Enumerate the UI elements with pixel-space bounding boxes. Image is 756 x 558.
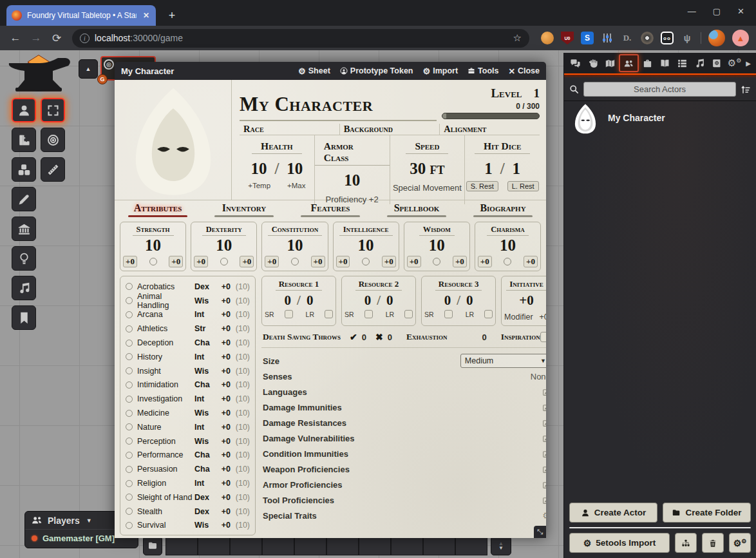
d-extension-icon[interactable]: D. bbox=[621, 32, 634, 44]
ability-check-mod[interactable]: +0 bbox=[524, 256, 538, 267]
tab-tables[interactable] bbox=[674, 54, 691, 72]
skill-row[interactable]: Nature Int +0 (10) bbox=[126, 420, 250, 434]
skill-proficiency-radio[interactable] bbox=[126, 297, 133, 304]
hp-temp-label[interactable]: +Temp bbox=[248, 182, 270, 189]
short-rest-checkbox[interactable] bbox=[285, 310, 293, 318]
edit-icon[interactable] bbox=[542, 403, 546, 412]
skill-row[interactable]: Persuasion Cha +0 (10) bbox=[126, 462, 250, 476]
reload-button[interactable]: ⟳ bbox=[48, 29, 66, 47]
skill-row[interactable]: Animal Handling Wis +0 (10) bbox=[126, 294, 250, 308]
tools-button[interactable]: Tools bbox=[468, 66, 498, 75]
skill-row[interactable]: History Int +0 (10) bbox=[126, 350, 250, 364]
sound-controls-button[interactable] bbox=[12, 276, 36, 300]
select-targets-button[interactable] bbox=[41, 98, 65, 122]
edit-icon[interactable] bbox=[542, 388, 546, 396]
tab-combat[interactable] bbox=[584, 54, 601, 72]
skill-proficiency-radio[interactable] bbox=[126, 522, 133, 529]
bookmark-star-icon[interactable]: ☆ bbox=[513, 32, 522, 44]
skill-row[interactable]: Intimidation Cha +0 (10) bbox=[126, 378, 250, 392]
skill-proficiency-radio[interactable] bbox=[126, 508, 133, 515]
settings-button[interactable]: ⚙⚙ bbox=[729, 533, 751, 553]
container-extension-icon[interactable]: oo bbox=[661, 32, 674, 44]
detail-field[interactable]: Alignment bbox=[440, 124, 540, 135]
ability-save-mod[interactable]: +0 bbox=[194, 256, 208, 267]
proficiency-radio[interactable] bbox=[433, 258, 440, 265]
death-failure-count[interactable]: 0 bbox=[388, 332, 392, 342]
window-minimize-button[interactable]: — bbox=[688, 6, 696, 16]
sliders-extension-icon[interactable] bbox=[601, 32, 614, 44]
edit-icon[interactable] bbox=[542, 419, 546, 427]
skill-proficiency-radio[interactable] bbox=[126, 325, 133, 332]
skill-row[interactable]: Investigation Int +0 (10) bbox=[126, 392, 250, 406]
cookie-extension-icon[interactable] bbox=[541, 32, 554, 44]
resource-value[interactable]: 0 bbox=[444, 293, 451, 309]
edit-icon[interactable] bbox=[542, 481, 546, 489]
hp-tempmax-label[interactable]: +Max bbox=[287, 182, 305, 189]
sheet-tab[interactable]: Features bbox=[287, 200, 373, 218]
skill-proficiency-radio[interactable] bbox=[126, 423, 133, 430]
skill-row[interactable]: Sleight of Hand Dex +0 (10) bbox=[126, 490, 250, 505]
long-rest-button[interactable]: L. Rest bbox=[507, 181, 539, 191]
proficiency-radio[interactable] bbox=[362, 258, 370, 265]
forward-button[interactable]: → bbox=[27, 29, 45, 47]
ability-score[interactable]: 10 bbox=[145, 237, 161, 254]
hd-current[interactable]: 1 bbox=[484, 160, 493, 178]
tab-journal[interactable] bbox=[656, 54, 674, 72]
skill-proficiency-radio[interactable] bbox=[126, 367, 133, 374]
sheet-tab[interactable]: Spellbook bbox=[373, 200, 460, 218]
token-controls-button[interactable] bbox=[12, 98, 36, 122]
browser-profile-avatar[interactable] bbox=[708, 30, 725, 46]
short-rest-button[interactable]: S. Rest bbox=[466, 181, 498, 191]
skill-row[interactable]: Insight Wis +0 (10) bbox=[126, 364, 250, 378]
skill-proficiency-radio[interactable] bbox=[126, 452, 133, 459]
prototype-token-button[interactable]: Prototype Token bbox=[340, 66, 413, 75]
hd-max[interactable]: 1 bbox=[513, 160, 521, 178]
browser-update-icon[interactable]: ▲ bbox=[732, 30, 749, 46]
ability-save-mod[interactable]: +0 bbox=[407, 256, 421, 267]
lens-extension-icon[interactable] bbox=[641, 32, 654, 44]
hotbar-page-buttons[interactable]: ▲ ▼ bbox=[491, 536, 511, 555]
detail-field[interactable]: Background bbox=[340, 124, 440, 135]
sheet-tab[interactable]: Inventory bbox=[201, 200, 287, 218]
skill-row[interactable]: Athletics Str +0 (10) bbox=[126, 322, 250, 336]
skill-proficiency-radio[interactable] bbox=[126, 466, 133, 473]
skill-row[interactable]: Perception Wis +0 (10) bbox=[126, 434, 250, 448]
ability-save-mod[interactable]: +0 bbox=[336, 256, 350, 267]
folder-tree-button[interactable] bbox=[675, 533, 697, 553]
hp-max[interactable]: 10 bbox=[287, 160, 303, 178]
skill-row[interactable]: Survival Wis +0 (10) bbox=[126, 519, 250, 533]
edit-icon[interactable] bbox=[542, 434, 546, 443]
delete-button[interactable] bbox=[702, 533, 724, 553]
skill-row[interactable]: Religion Int +0 (10) bbox=[126, 476, 250, 490]
initiative-value[interactable]: +0 bbox=[519, 293, 533, 309]
window-resize-handle[interactable]: ⤡ bbox=[534, 526, 546, 538]
address-bar[interactable]: i localhost:30000/game ☆ bbox=[72, 29, 529, 48]
page-info-icon[interactable]: i bbox=[80, 34, 90, 43]
long-rest-checkbox[interactable] bbox=[484, 310, 493, 318]
skill-row[interactable]: Deception Cha +0 (10) bbox=[126, 336, 250, 350]
edit-icon[interactable] bbox=[542, 496, 546, 505]
skill-proficiency-radio[interactable] bbox=[126, 311, 133, 318]
measure-controls-button[interactable] bbox=[12, 128, 36, 152]
skill-proficiency-radio[interactable] bbox=[126, 480, 133, 487]
lighting-controls-button[interactable] bbox=[12, 246, 36, 271]
proficiency-radio[interactable] bbox=[220, 258, 228, 265]
skill-proficiency-radio[interactable] bbox=[126, 353, 133, 360]
ability-save-mod[interactable]: +0 bbox=[265, 256, 279, 267]
skill-row[interactable]: Stealth Dex +0 (10) bbox=[126, 505, 250, 519]
window-titlebar[interactable]: My Character ⚙ Sheet Prototype Token ⚙ I… bbox=[115, 62, 546, 80]
tab-chat[interactable] bbox=[567, 54, 584, 72]
death-success-count[interactable]: 0 bbox=[362, 332, 366, 342]
detail-field[interactable]: Race bbox=[240, 124, 340, 135]
resource-value[interactable]: 0 bbox=[364, 293, 372, 309]
ability-save-mod[interactable]: +0 bbox=[123, 256, 137, 267]
tab-settings[interactable]: ⚙⚙ bbox=[726, 54, 743, 72]
ac-value[interactable]: 10 bbox=[344, 171, 360, 189]
ability-check-mod[interactable]: +0 bbox=[169, 256, 183, 267]
create-folder-button[interactable]: Create Folder bbox=[663, 503, 751, 523]
resource-value[interactable]: 0 bbox=[285, 293, 292, 309]
sheet-tab[interactable]: Biography bbox=[460, 200, 546, 218]
sheet-config-button[interactable]: ⚙ Sheet bbox=[298, 66, 330, 76]
skill-proficiency-radio[interactable] bbox=[126, 283, 133, 290]
special-movement-label[interactable]: Special Movement bbox=[393, 183, 462, 193]
